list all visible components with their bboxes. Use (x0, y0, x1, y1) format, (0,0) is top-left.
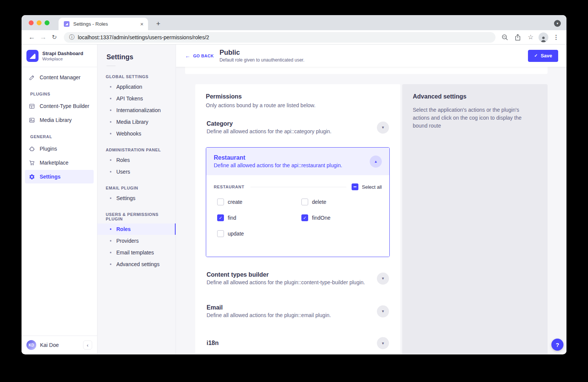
brand-workspace: Workplace (42, 57, 83, 61)
subnav-item-providers[interactable]: Providers (97, 235, 176, 246)
delete-checkbox[interactable] (301, 199, 308, 205)
browser-tab[interactable]: Settings - Roles × (59, 18, 148, 30)
sidebar-item-label: Content Manager (40, 74, 80, 80)
accordion-title: Content types builder (207, 271, 365, 278)
sidebar-item-content-manager[interactable]: Content Manager (25, 71, 94, 84)
checkbox-label[interactable]: findOne (312, 215, 330, 221)
subnav-section-users-permissions-plugin: USERS & PERMISSIONS PLUGIN (106, 212, 176, 221)
save-button[interactable]: ✓ Save (528, 50, 558, 62)
checkbox-label[interactable]: find (228, 215, 236, 221)
sidebar-item-label: Content-Type Builder (40, 103, 90, 109)
chevron-up-icon[interactable]: ▴ (370, 156, 382, 168)
chevron-down-icon[interactable]: ▾ (377, 305, 389, 317)
subnav-item-admin-roles[interactable]: Roles (97, 154, 176, 166)
checkbox-label[interactable]: create (228, 199, 242, 205)
update-checkbox[interactable] (217, 230, 224, 237)
accordion-title: Category (207, 120, 332, 127)
select-all-checkbox[interactable] (352, 183, 358, 190)
tab-search-button[interactable]: ▾ (554, 20, 561, 27)
brand-name: Strapi Dashboard (42, 51, 83, 56)
content-scroll-area: Permissions Only actions bound by a rout… (176, 67, 566, 354)
site-info-icon[interactable]: ⓘ (69, 34, 74, 41)
subnav-item-application[interactable]: Application (97, 81, 176, 92)
findone-checkbox[interactable]: ✓ (301, 214, 308, 221)
back-icon[interactable]: ← (26, 33, 37, 41)
accordion-category[interactable]: Category Define all allowed actions for … (206, 120, 390, 134)
accordion-description: Define all allowed actions for the api::… (207, 128, 332, 134)
subnav-item-webhooks[interactable]: Webhooks (97, 128, 176, 139)
checkbox-label[interactable]: update (228, 231, 244, 237)
select-all-control[interactable]: Select all (352, 183, 382, 190)
find-checkbox[interactable]: ✓ (217, 214, 224, 221)
page-header: ← GO BACK Public Default role given to u… (176, 45, 566, 67)
permissions-card: Permissions Only actions bound by a rout… (195, 84, 400, 354)
check-icon: ✓ (534, 53, 537, 58)
subnav-section-administration-panel: ADMINISTRATION PANEL (106, 148, 176, 152)
close-window-button[interactable] (29, 20, 34, 25)
accordion-description: Define all allowed actions for the plugi… (207, 312, 331, 318)
permission-update[interactable]: update (217, 230, 301, 237)
zoom-icon[interactable] (499, 32, 511, 43)
create-checkbox[interactable] (217, 199, 224, 205)
sidebar-item-settings[interactable]: Settings (25, 170, 94, 183)
subnav-item-internationalization[interactable]: Internationalization (97, 105, 176, 116)
main-sidebar: Strapi Dashboard Workplace Content Manag… (22, 45, 97, 354)
subnav-section-global-settings: GLOBAL SETTINGS (106, 74, 176, 79)
minimize-window-button[interactable] (37, 20, 42, 25)
accordion-title: Email (207, 304, 331, 311)
close-tab-icon[interactable]: × (139, 21, 144, 27)
address-bar[interactable]: ⓘ localhost:1337/admin/settings/users-pe… (64, 32, 495, 43)
reload-icon[interactable]: ↻ (49, 34, 60, 41)
gear-icon (29, 174, 35, 180)
user-avatar[interactable]: KD (26, 340, 36, 350)
subnav-item-up-roles[interactable]: Roles (97, 223, 176, 235)
permission-delete[interactable]: delete (301, 199, 382, 205)
sidebar-item-plugins[interactable]: Plugins (25, 142, 94, 156)
accordion-restaurant-body: RESTAURANT Select all (206, 175, 389, 257)
accordion-i18n[interactable]: i18n ▾ (206, 337, 390, 349)
permission-find[interactable]: ✓ find (217, 214, 301, 221)
chevron-down-icon[interactable]: ▾ (377, 122, 389, 134)
bullet-icon (110, 197, 111, 199)
advanced-settings-panel: Advanced settings Select the application… (402, 84, 548, 354)
strapi-app: Strapi Dashboard Workplace Content Manag… (22, 45, 566, 354)
brand[interactable]: Strapi Dashboard Workplace (22, 45, 97, 67)
accordion-restaurant-header[interactable]: Restaurant Define all allowed actions fo… (206, 148, 389, 175)
browser-window: Settings - Roles × + ▾ ← → ↻ ⓘ localhost… (22, 15, 566, 354)
sidebar-item-marketplace[interactable]: Marketplace (25, 156, 94, 169)
accordion-content-types-builder[interactable]: Content types builder Define all allowed… (206, 271, 390, 285)
accordion-title: i18n (207, 340, 219, 347)
accordion-email[interactable]: Email Define all allowed actions for the… (206, 304, 390, 318)
browser-menu-icon[interactable]: ⋮ (551, 32, 562, 43)
settings-subnav: Settings GLOBAL SETTINGS Application API… (97, 45, 176, 354)
sidebar-item-media-library[interactable]: Media Library (25, 113, 94, 127)
permission-findone[interactable]: ✓ findOne (301, 214, 382, 221)
tab-title: Settings - Roles (73, 21, 139, 27)
accordion-description: Define all allowed actions for the plugi… (207, 279, 365, 285)
help-button[interactable]: ? (551, 339, 563, 351)
permission-create[interactable]: create (217, 199, 301, 205)
sidebar-nav: Content Manager PLUGINS Content-Type Bui… (22, 67, 97, 336)
main-content: ← GO BACK Public Default role given to u… (176, 45, 566, 354)
share-icon[interactable] (512, 32, 523, 43)
go-back-link[interactable]: ← GO BACK (185, 53, 214, 59)
subnav-item-email-templates[interactable]: Email templates (97, 247, 176, 258)
maximize-window-button[interactable] (45, 20, 49, 25)
bullet-icon (110, 86, 111, 88)
new-tab-button[interactable]: + (153, 18, 164, 29)
subnav-item-media-library[interactable]: Media Library (97, 116, 176, 128)
chevron-down-icon[interactable]: ▾ (377, 337, 389, 349)
url-text[interactable]: localhost:1337/admin/settings/users-perm… (78, 34, 209, 40)
chevron-down-icon[interactable]: ▾ (377, 273, 389, 285)
checkbox-label[interactable]: delete (312, 199, 326, 205)
subnav-item-admin-users[interactable]: Users (97, 166, 176, 177)
collapse-sidebar-button[interactable]: ‹ (83, 340, 92, 350)
subnav-item-advanced-settings[interactable]: Advanced settings (97, 259, 176, 270)
subnav-item-api-tokens[interactable]: API Tokens (97, 93, 176, 104)
subnav-item-email-settings[interactable]: Settings (97, 193, 176, 204)
profile-avatar[interactable] (538, 32, 549, 43)
subnav-section-email-plugin: EMAIL PLUGIN (106, 186, 176, 190)
settings-subnav-title: Settings (106, 53, 176, 61)
bookmark-star-icon[interactable]: ☆ (525, 32, 536, 43)
sidebar-item-content-type-builder[interactable]: Content-Type Builder (25, 99, 94, 113)
